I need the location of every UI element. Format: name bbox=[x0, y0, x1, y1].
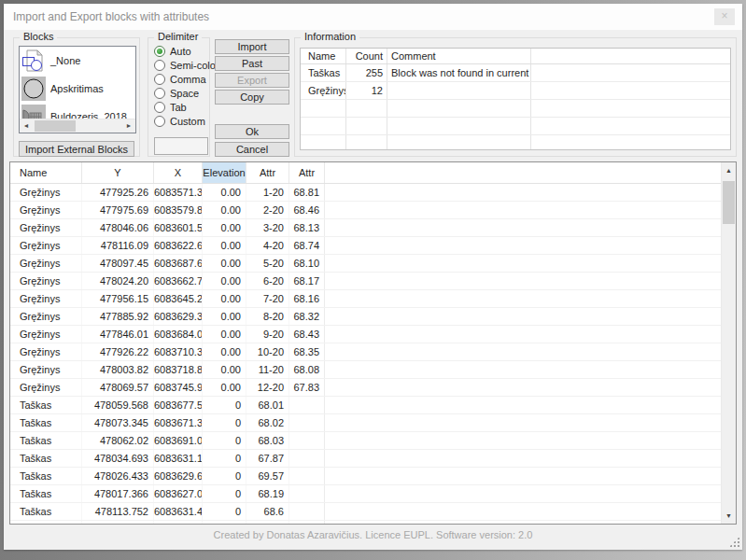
table-column-header-attr-4[interactable]: Attr bbox=[246, 162, 289, 183]
close-button[interactable]: × bbox=[714, 8, 735, 25]
blocks-group: Blocks _NoneApskritimasBuldozeris_2018 ◄… bbox=[13, 37, 140, 157]
table-row[interactable]: Gręžinys477956.156083645.230.007-2068.16 bbox=[10, 290, 722, 308]
delimiter-option-comma[interactable]: Comma bbox=[154, 72, 209, 86]
table-cell bbox=[289, 432, 325, 449]
delimiter-option-tab[interactable]: Tab bbox=[154, 100, 209, 114]
table-row[interactable]: Gręžinys478116.096083622.650.004-2068.74 bbox=[10, 237, 722, 255]
import-button[interactable]: Import bbox=[215, 39, 289, 54]
table-row[interactable]: Gręžinys477885.926083629.310.008-2068.32 bbox=[10, 308, 722, 326]
table-row[interactable]: Gręžinys477846.016083684.000.009-2068.43 bbox=[10, 326, 722, 343]
table-cell: Taškas bbox=[10, 503, 82, 520]
dialog-window: Import and Export blocks with attributes… bbox=[4, 4, 742, 550]
table-row[interactable]: Taškas478026.4336083629.621069.57 bbox=[10, 468, 722, 485]
blocks-hscrollbar-thumb[interactable] bbox=[35, 120, 76, 132]
table-row[interactable]: Taškas478062.026083691.021068.03 bbox=[10, 432, 722, 450]
information-row[interactable]: Taškas255Block was not found in current … bbox=[301, 64, 730, 82]
info-column-header-name[interactable]: Name bbox=[301, 49, 346, 63]
table-vscrollbar[interactable]: ▲ ▼ bbox=[721, 162, 736, 524]
table-cell: 6083627.097 bbox=[154, 485, 203, 502]
table-row[interactable]: Taškas478113.7526083631.452068.6 bbox=[10, 503, 722, 521]
table-cell: 6083691.021 bbox=[154, 432, 203, 449]
table-row[interactable]: Gręžinys477926.226083710.300.0010-2068.3… bbox=[10, 343, 722, 361]
ok-button[interactable]: Ok bbox=[215, 124, 289, 139]
scroll-left-icon[interactable]: ◄ bbox=[20, 119, 33, 133]
table-column-header-elevation-3[interactable]: Elevation bbox=[203, 162, 246, 183]
blocks-group-label: Blocks bbox=[20, 31, 57, 42]
table-row[interactable]: Gręžinys477925.266083571.300.001-2068.81 bbox=[10, 184, 722, 202]
table-row[interactable]: Gręžinys478003.826083718.870.0011-2068.0… bbox=[10, 361, 722, 379]
table-row[interactable]: Gręžinys477975.696083579.870.002-2068.46 bbox=[10, 202, 722, 219]
delimiter-group-label: Delimiter bbox=[154, 31, 202, 42]
table-cell: Taškas bbox=[10, 450, 82, 467]
import-external-blocks-button[interactable]: Import External Blocks bbox=[19, 141, 134, 157]
info-column-header-filler bbox=[531, 49, 730, 63]
table-cell: Gręžinys bbox=[10, 255, 82, 272]
desktop-background: Import and Export blocks with attributes… bbox=[0, 0, 746, 560]
info-cell-name bbox=[301, 118, 346, 134]
table-column-header-name-0[interactable]: Name bbox=[10, 162, 82, 183]
delimiter-option-auto[interactable]: Auto bbox=[154, 44, 209, 58]
information-table: NameCountComment Taškas255Block was not … bbox=[300, 48, 731, 150]
table-cell: 478024.20 bbox=[82, 273, 154, 289]
table-row[interactable]: Taškas478059.5686083677.569068.01 bbox=[10, 397, 722, 414]
table-cell: 478059.568 bbox=[82, 397, 154, 413]
info-cell-count bbox=[346, 100, 387, 117]
table-column-header-x-2[interactable]: X bbox=[154, 162, 203, 183]
block-item[interactable]: _None bbox=[20, 47, 135, 75]
radio-icon bbox=[154, 60, 165, 71]
table-cell: 68.01 bbox=[246, 397, 289, 413]
delimiter-option-space[interactable]: Space bbox=[154, 86, 209, 100]
block-item[interactable]: Apskritimas bbox=[20, 75, 135, 103]
table-row[interactable]: Taškas478017.3666083627.097068.19 bbox=[10, 485, 722, 503]
paste-button[interactable]: Past bbox=[215, 56, 289, 71]
delimiter-option-custom[interactable]: Custom bbox=[154, 114, 209, 128]
information-group-label: Information bbox=[301, 31, 359, 42]
table-cell: 68.35 bbox=[289, 343, 325, 360]
delimiter-option-label: Semi-colon bbox=[170, 60, 221, 71]
scroll-down-icon[interactable]: ▼ bbox=[722, 509, 736, 523]
table-row[interactable]: Taškas478073.3456083671.358068.02 bbox=[10, 414, 722, 432]
copy-button[interactable]: Copy bbox=[215, 90, 289, 105]
table-cell bbox=[289, 503, 325, 520]
table-cell: 478017.366 bbox=[82, 485, 154, 502]
table-cell: 6083631.452 bbox=[154, 503, 203, 520]
block-item-label: Apskritimas bbox=[50, 83, 104, 94]
titlebar[interactable]: Import and Export blocks with attributes… bbox=[4, 4, 742, 30]
table-cell: 2-20 bbox=[246, 202, 289, 218]
attributes-table: NameYXElevationAttrAttr Gręžinys477925.2… bbox=[9, 161, 737, 525]
info-cell-name: Taškas bbox=[301, 64, 346, 81]
table-cell: 1-20 bbox=[246, 184, 289, 201]
information-table-header: NameCountComment bbox=[301, 49, 730, 64]
table-cell: 68.13 bbox=[289, 219, 325, 236]
blocks-list[interactable]: _NoneApskritimasBuldozeris_2018 ◄ ► bbox=[19, 46, 136, 133]
table-cell: 6083645.23 bbox=[154, 290, 203, 307]
table-vscrollbar-thumb[interactable] bbox=[723, 181, 735, 224]
delimiter-option-label: Auto bbox=[170, 46, 191, 57]
table-row[interactable]: Taškas478115.1826083641.493070.01 bbox=[10, 521, 722, 525]
scroll-up-icon[interactable]: ▲ bbox=[722, 163, 736, 177]
table-row[interactable]: Gręžinys478046.066083601.540.003-2068.13 bbox=[10, 219, 722, 237]
table-cell: 477926.22 bbox=[82, 343, 154, 360]
table-row[interactable]: Taškas478034.6936083631.194067.87 bbox=[10, 450, 722, 468]
info-column-header-comment[interactable]: Comment bbox=[387, 49, 531, 63]
table-column-header-y-1[interactable]: Y bbox=[82, 162, 154, 183]
cancel-button[interactable]: Cancel bbox=[215, 142, 289, 157]
table-cell: 478073.345 bbox=[82, 414, 154, 431]
scroll-right-icon[interactable]: ► bbox=[122, 119, 135, 133]
attributes-table-header: NameYXElevationAttrAttr bbox=[10, 162, 722, 184]
table-cell: 68.43 bbox=[289, 326, 325, 343]
information-row[interactable]: Gręžinys12 bbox=[301, 82, 730, 100]
table-column-header-attr-5[interactable]: Attr bbox=[289, 162, 325, 183]
table-cell: 6083662.75 bbox=[154, 273, 203, 289]
info-column-header-count[interactable]: Count bbox=[346, 49, 387, 63]
delimiter-option-semi-colon[interactable]: Semi-colon bbox=[154, 58, 209, 72]
table-row[interactable]: Gręžinys478024.206083662.750.006-2068.17 bbox=[10, 273, 722, 290]
table-row[interactable]: Gręžinys478097.456083687.690.005-2068.10 bbox=[10, 255, 722, 273]
table-cell: 6083671.358 bbox=[154, 414, 203, 431]
table-cell: Gręžinys bbox=[10, 273, 82, 289]
table-row[interactable]: Gręžinys478069.576083745.950.0012-2067.8… bbox=[10, 379, 722, 397]
info-cell-count: 255 bbox=[346, 64, 387, 81]
info-cell-comment bbox=[387, 118, 531, 134]
blocks-hscrollbar[interactable]: ◄ ► bbox=[20, 119, 135, 133]
table-cell: 478003.82 bbox=[82, 361, 154, 378]
